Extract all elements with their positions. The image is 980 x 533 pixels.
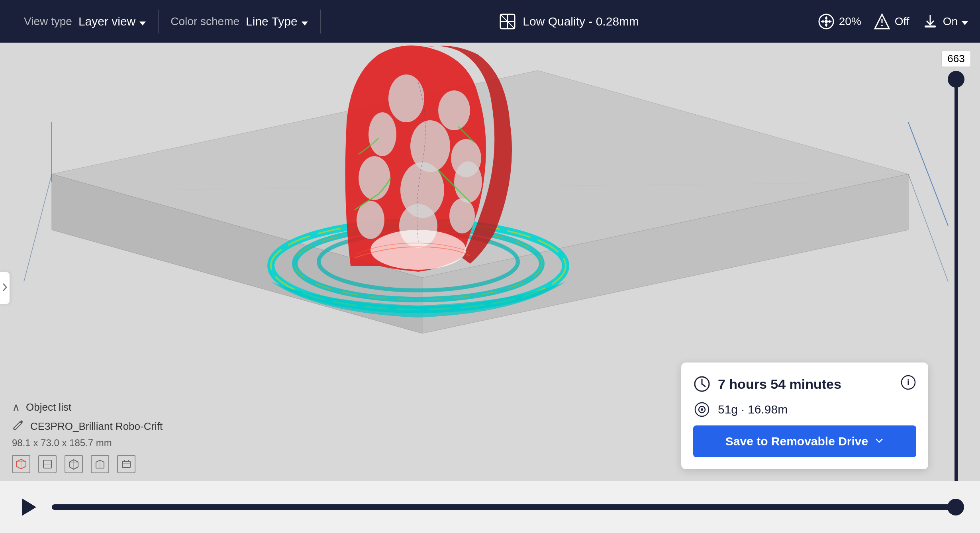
on-control[interactable]: On [921, 13, 968, 30]
color-scheme-section: Color scheme Line Type [159, 15, 319, 28]
spool-icon [693, 401, 711, 418]
obj-icon-1[interactable] [12, 455, 30, 473]
svg-point-37 [449, 198, 475, 233]
layer-progress-track[interactable] [52, 504, 964, 510]
on-chevron-icon [962, 15, 968, 28]
view-type-value: Layer view [78, 15, 135, 28]
svg-text:i: i [907, 377, 909, 387]
object-action-icons [12, 455, 163, 473]
svg-point-29 [368, 112, 396, 156]
object-list-header[interactable]: ∧ Object list [12, 401, 163, 414]
svg-point-66 [701, 408, 703, 411]
collapse-icon: ∧ [12, 401, 20, 414]
layer-progress-thumb[interactable] [947, 499, 964, 515]
svg-line-61 [702, 384, 705, 386]
svg-rect-55 [122, 461, 130, 468]
fan-icon [817, 13, 835, 30]
play-icon [22, 498, 36, 516]
off-icon [873, 13, 891, 30]
quality-icon [499, 13, 516, 30]
object-dimensions: 98.1 x 73.0 x 185.7 mm [12, 437, 163, 449]
info-button[interactable]: i [900, 374, 916, 394]
material-value: 51g · 16.98m [718, 403, 788, 416]
pencil-icon [12, 419, 25, 434]
play-button[interactable] [16, 495, 40, 519]
object-list-label: Object list [26, 401, 71, 413]
off-value: Off [895, 15, 909, 28]
obj-icon-4[interactable] [91, 455, 109, 473]
svg-point-32 [359, 156, 390, 200]
material-row: 51g · 16.98m [693, 401, 916, 418]
svg-point-28 [438, 90, 470, 130]
fan-control[interactable]: 20% [817, 13, 861, 30]
layer-thumb-top[interactable] [948, 71, 964, 88]
time-row: 7 hours 54 minutes i [693, 374, 916, 394]
obj-icon-5[interactable] [117, 455, 135, 473]
layer-track[interactable] [955, 71, 958, 525]
color-scheme-chevron-icon [302, 15, 308, 28]
object-name-row: CE3PRO_Brilliant Robo-Crift [12, 419, 163, 434]
viewport: 663 ∧ Object list [0, 43, 980, 533]
object-file-name: CE3PRO_Brilliant Robo-Crift [30, 420, 163, 433]
obj-icon-3[interactable] [65, 455, 83, 473]
save-chevron-icon [874, 435, 884, 448]
view-type-label: View type [24, 15, 72, 28]
time-value: 7 hours 54 minutes [718, 376, 841, 392]
color-scheme-select[interactable]: Line Type [246, 15, 308, 28]
svg-point-8 [881, 25, 883, 26]
svg-point-5 [825, 20, 828, 23]
left-panel-toggle[interactable] [0, 272, 10, 304]
layer-number: 663 [941, 51, 970, 67]
layer-slider[interactable]: 663 [944, 51, 968, 525]
save-to-drive-button[interactable]: Save to Removable Drive [693, 425, 916, 457]
quality-section: Low Quality - 0.28mm [321, 13, 817, 30]
download-icon [921, 13, 939, 30]
obj-icon-2[interactable] [38, 455, 57, 473]
color-scheme-label: Color scheme [171, 15, 239, 28]
clock-icon [693, 375, 711, 393]
toolbar-right: 20% Off On [817, 13, 968, 30]
expand-icon [2, 282, 8, 294]
save-button-label: Save to Removable Drive [725, 435, 868, 448]
toolbar: View type Layer view Color scheme Line T… [0, 0, 980, 43]
off-control[interactable]: Off [873, 13, 909, 30]
color-scheme-value: Line Type [246, 15, 298, 28]
bottom-bar [0, 481, 980, 533]
on-value: On [943, 15, 958, 28]
view-type-select[interactable]: Layer view [78, 15, 146, 28]
svg-point-27 [388, 74, 424, 122]
quality-value: Low Quality - 0.28mm [523, 15, 639, 28]
object-list-panel: ∧ Object list CE3PRO_Brilliant Robo-Crif… [0, 393, 174, 481]
fan-value: 20% [839, 15, 861, 28]
view-type-section: View type Layer view [12, 15, 158, 28]
view-type-chevron-icon [139, 15, 146, 28]
svg-point-34 [454, 161, 482, 203]
info-panel: 7 hours 54 minutes i 51g · 16.98m Save t… [681, 363, 928, 469]
svg-rect-9 [925, 25, 936, 27]
